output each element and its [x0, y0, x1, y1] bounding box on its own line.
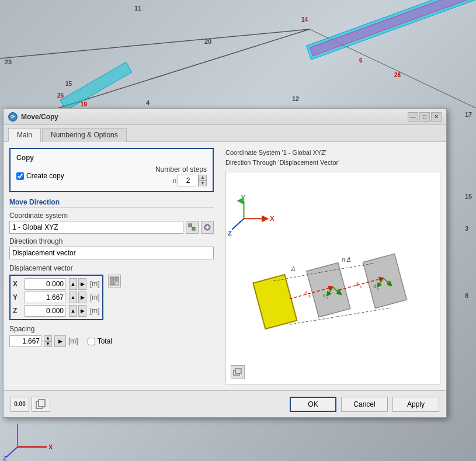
bottom-bar: 0.00 OK Cancel Apply — [4, 390, 446, 417]
x-label: X — [13, 280, 21, 288]
y-arrows: ▲ ▶ — [69, 292, 86, 303]
spacing-row: ▲ ▼ ▶ [m] Total — [9, 335, 214, 347]
minimize-button[interactable]: — — [408, 112, 418, 122]
z-label: Z — [13, 307, 21, 315]
cancel-button[interactable]: Cancel — [341, 397, 388, 412]
x-up-btn[interactable]: ▲ — [69, 278, 77, 290]
xyz-extra-button[interactable] — [108, 275, 121, 287]
steps-area: Number of steps n ▲ ▼ — [155, 165, 207, 186]
vp-num-3: 3 — [465, 225, 468, 232]
move-direction-section: Move Direction Coordinate system 1 - Glo… — [9, 198, 214, 259]
direction-through-dropdown[interactable]: Displacement vector Two points — [9, 247, 214, 259]
svg-text:Δ: Δ — [291, 266, 296, 272]
tab-bar: Main Numbering & Options — [4, 125, 446, 142]
spacing-unit: [m] — [68, 337, 78, 345]
z-input[interactable] — [25, 305, 65, 317]
spacing-spin-down[interactable]: ▼ — [44, 341, 52, 347]
left-panel: Copy Create copy Number of steps n — [4, 142, 220, 390]
steps-spin-up[interactable]: ▲ — [199, 175, 207, 181]
coord-system-select[interactable]: 1 - Global XYZ 2 - Local — [12, 221, 180, 233]
coord-icon-btn2[interactable] — [201, 221, 214, 234]
y-label: Y — [13, 293, 21, 301]
dialog-icon: ⟳ — [8, 112, 18, 122]
vp-num-17: 17 — [465, 111, 472, 118]
svg-rect-54 — [235, 369, 241, 373]
vp-red-25: 25 — [57, 92, 64, 99]
right-panel: Coordinate System '1 - Global XYZ' Direc… — [220, 142, 446, 390]
move-direction-header: Move Direction — [9, 198, 214, 208]
svg-rect-17 — [115, 277, 119, 280]
vp-red-28: 28 — [394, 72, 401, 78]
x-right-btn[interactable]: ▶ — [78, 278, 86, 290]
steps-label: Number of steps — [155, 165, 207, 174]
total-checkbox[interactable] — [88, 338, 95, 345]
x-unit: [m] — [90, 280, 100, 288]
displacement-label: Displacement vector — [9, 264, 214, 272]
title-bar: ⟳ Move/Copy — □ ✕ — [4, 109, 446, 125]
dialog-content: Copy Create copy Number of steps n — [4, 142, 446, 390]
z-right-btn[interactable]: ▶ — [78, 305, 86, 317]
maximize-button[interactable]: □ — [419, 112, 430, 122]
svg-rect-27 — [307, 263, 350, 317]
svg-rect-28 — [363, 254, 406, 308]
coord-system-dropdown[interactable]: 1 - Global XYZ 2 - Local — [9, 221, 183, 234]
diagram-area: X Y Z Δ — [225, 172, 440, 384]
spacing-spin-up[interactable]: ▲ — [44, 335, 52, 341]
create-copy-label[interactable]: Create copy — [16, 172, 64, 180]
title-bar-left: ⟳ Move/Copy — [8, 112, 58, 122]
spacing-spin-buttons: ▲ ▼ — [44, 335, 52, 347]
tab-numbering-options[interactable]: Numbering & Options — [42, 128, 127, 142]
vp-red-14: 14 — [301, 16, 308, 23]
bottom-left-buttons: 0.00 — [11, 397, 50, 412]
svg-rect-18 — [110, 282, 114, 285]
y-right-btn[interactable]: ▶ — [78, 292, 86, 303]
svg-rect-26 — [253, 275, 297, 329]
svg-rect-11 — [189, 224, 192, 227]
steps-input[interactable] — [178, 175, 199, 186]
total-checkbox-label[interactable]: Total — [88, 337, 112, 345]
svg-rect-16 — [110, 277, 114, 280]
svg-text:d: d — [304, 290, 307, 296]
svg-text:z: z — [377, 286, 378, 290]
diagram-icon-button[interactable] — [231, 365, 245, 379]
steps-spin-buttons: ▲ ▼ — [199, 175, 207, 186]
svg-text:n·Δ: n·Δ — [342, 257, 350, 263]
title-controls: — □ ✕ — [408, 112, 442, 122]
spacing-input[interactable] — [9, 335, 41, 347]
svg-text:Z: Z — [228, 230, 232, 237]
y-input[interactable] — [25, 292, 65, 303]
xyz-x-row: X ▲ ▶ [m] — [13, 278, 100, 290]
copy-btn-small[interactable] — [32, 397, 50, 412]
x-input[interactable] — [25, 278, 65, 290]
coord-system-row: 1 - Global XYZ 2 - Local — [9, 221, 214, 234]
y-up-btn[interactable]: ▲ — [69, 292, 77, 303]
svg-line-24 — [232, 219, 244, 229]
svg-text:x: x — [308, 294, 311, 299]
svg-text:Y: Y — [241, 194, 245, 201]
apply-button[interactable]: Apply — [392, 397, 439, 412]
spacing-section: Spacing ▲ ▼ ▶ [m] Total — [9, 325, 214, 347]
z-up-btn[interactable]: ▲ — [69, 305, 77, 317]
tab-main[interactable]: Main — [8, 128, 41, 142]
svg-text:d: d — [323, 293, 326, 299]
close-button[interactable]: ✕ — [431, 112, 442, 122]
coord-info: Coordinate System '1 - Global XYZ' Direc… — [225, 148, 440, 167]
move-copy-dialog: ⟳ Move/Copy — □ ✕ Main Numbering & Optio… — [3, 108, 447, 418]
vp-red-15: 15 — [65, 81, 72, 87]
vp-num-4: 4 — [146, 99, 150, 106]
coord-icon-btn1[interactable] — [186, 221, 199, 234]
zero-btn[interactable]: 0.00 — [11, 397, 29, 412]
vp-num-12: 12 — [292, 95, 299, 102]
steps-sub: n ▲ ▼ — [155, 175, 207, 186]
svg-rect-19 — [115, 282, 119, 285]
steps-spinbox: ▲ ▼ — [178, 175, 207, 186]
steps-spin-down[interactable]: ▼ — [199, 181, 207, 186]
svg-text:x: x — [360, 285, 362, 289]
create-copy-checkbox[interactable] — [16, 172, 24, 180]
spacing-arrow-btn[interactable]: ▶ — [54, 335, 66, 347]
direction-through-select[interactable]: Displacement vector Two points — [12, 247, 211, 259]
displacement-section: Displacement vector X ▲ ▶ [m] — [9, 264, 214, 320]
spacing-label: Spacing — [9, 325, 214, 333]
ok-button[interactable]: OK — [290, 397, 336, 412]
svg-text:d: d — [356, 281, 359, 287]
